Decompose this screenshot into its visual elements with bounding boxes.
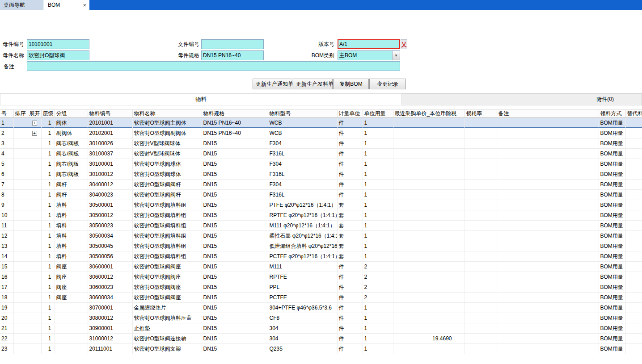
cell-code: 30900001 xyxy=(88,323,132,334)
table-row[interactable]: 91填料30500001软密封O型球阀填料组DN15PTFE φ20*φ12*1… xyxy=(0,200,642,210)
cell-unit: 套 xyxy=(337,210,363,221)
doc-no-input[interactable] xyxy=(201,39,264,49)
expand-plus-icon[interactable]: + xyxy=(32,121,37,126)
cell-spec: DN15 xyxy=(202,251,268,262)
copy-bom-button[interactable]: 复制BOM xyxy=(333,79,369,89)
col-header-name[interactable]: 物料名称 xyxy=(132,110,202,118)
cell-price xyxy=(393,293,465,303)
table-row[interactable]: 51阀芯/阀板30100001软密封O型球阀球体DN15F304件1BOM用量 xyxy=(0,159,642,169)
col-header-alt[interactable]: 替代料 xyxy=(625,110,642,118)
table-row[interactable]: 101填料30500012软密封O型球阀填料组DN15RPTFE φ20*φ12… xyxy=(0,210,642,221)
cell-spec: DN15 xyxy=(202,241,268,251)
table-row[interactable]: 19130700001金属缠绕垫片DN15304+PTFE φ46*φ36.5*… xyxy=(0,303,642,313)
parent-name-input[interactable] xyxy=(27,50,89,60)
cell-model: M111 xyxy=(268,262,337,272)
col-header-loss[interactable]: 损耗率 xyxy=(465,110,497,118)
cell-name: 软密封O型球阀填料压盖 xyxy=(132,313,202,323)
parent-spec-input[interactable] xyxy=(201,50,264,60)
cell-pick: BOM用量 xyxy=(599,128,625,138)
col-header-price[interactable]: 最近采购单价_本位币除税 xyxy=(393,110,465,118)
table-row[interactable]: 161阀座30600012软密封O型球阀阀座DN15RPTFE件2BOM用量 xyxy=(0,272,642,282)
cell-unit: 套 xyxy=(337,221,363,231)
cell-sort xyxy=(13,282,28,293)
col-header-seq[interactable]: 号 xyxy=(0,110,13,118)
table-row[interactable]: 31阀芯/阀板30100026软密封V型球阀球体DN15F304件1BOM用量 xyxy=(0,138,642,149)
bom-type-select[interactable]: 主BOM ▾ xyxy=(338,50,400,60)
col-header-group[interactable]: 分组 xyxy=(55,110,88,118)
cell-alt xyxy=(625,323,642,334)
cell-remark xyxy=(497,138,599,149)
table-row[interactable]: 151阀座30600001软密封O型球阀阀座DN15M111件2BOM用量 xyxy=(0,262,642,272)
col-header-remark[interactable]: 备注 xyxy=(497,110,599,118)
cell-level: 1 xyxy=(41,323,55,334)
cell-group xyxy=(55,313,88,323)
cell-price xyxy=(393,200,465,210)
update-production-notice-button[interactable]: 更新生产通知单 xyxy=(253,79,292,89)
col-header-code[interactable]: 物料编号 xyxy=(88,110,132,118)
cell-model: F316L xyxy=(268,190,337,200)
cell-group: 阀座 xyxy=(55,262,88,272)
table-row[interactable]: 21130900001止推垫DN15304件1BOM用量 xyxy=(0,323,642,334)
remark-input[interactable] xyxy=(27,61,400,71)
table-row[interactable]: 61阀芯/阀板30100012软密封O型球阀球体DN15F316L件1BOM用量 xyxy=(0,169,642,180)
col-header-expand[interactable]: 展开 xyxy=(28,110,41,118)
table-row[interactable]: 181阀座30600034软密封O型球阀阀座DN15PCTFE件2BOM用量 xyxy=(0,293,642,303)
table-row[interactable]: 71阀杆30400012软密封O型球阀阀杆DN15F304件1BOM用量 xyxy=(0,180,642,190)
cell-price xyxy=(393,118,465,128)
update-production-issue-button[interactable]: 更新生产发料单 xyxy=(293,79,333,89)
cell-pick: BOM用量 xyxy=(599,159,625,169)
cell-unit: 套 xyxy=(337,231,363,241)
cell-unit: 件 xyxy=(337,334,363,344)
table-row[interactable]: 111填料30500023软密封O型球阀填料组DN15M111 φ20*φ12*… xyxy=(0,221,642,231)
tab-materials[interactable]: 物料 xyxy=(0,93,402,105)
col-header-model[interactable]: 物料型号 xyxy=(268,110,337,118)
cell-alt xyxy=(625,282,642,293)
cell-name: 软密封O型球阀阀座 xyxy=(132,272,202,282)
cell-group: 填料 xyxy=(55,210,88,221)
cell-pick: BOM用量 xyxy=(599,200,625,210)
table-row[interactable]: 22131000012软密封O型球阀连接轴DN15304件119.4690BOM… xyxy=(0,334,642,344)
section-tab-strip: 物料 附件(0) xyxy=(0,93,642,105)
table-row[interactable]: 41阀芯/阀板30100037软密封V型球阀球体DN15F316L件1BOM用量 xyxy=(0,149,642,159)
table-row[interactable]: 23120111001软密封O型球阀支架DN15Q235件1BOM用量 xyxy=(0,344,642,354)
version-input[interactable] xyxy=(338,39,400,49)
close-icon[interactable]: × xyxy=(83,2,86,8)
cell-name: 软密封O型球阀阀座 xyxy=(132,282,202,293)
table-row[interactable]: 81阀杆30400023软密封O型球阀阀杆DN15F316L件1BOM用量 xyxy=(0,190,642,200)
table-row[interactable]: 131填料30500045软密封O型球阀填料组DN15低泄漏组合填料 φ20*φ… xyxy=(0,241,642,251)
col-header-sort[interactable]: 排序 xyxy=(13,110,28,118)
cell-remark xyxy=(497,169,599,180)
table-row[interactable]: 1+1阀体20101001软密封O型球阀主阀体DN15 PN16~40WCB件1… xyxy=(0,118,642,128)
cell-level: 1 xyxy=(41,282,55,293)
cell-code: 30400012 xyxy=(88,180,132,190)
cell-seq: 15 xyxy=(0,262,13,272)
tab-bom[interactable]: BOM × xyxy=(43,0,89,10)
col-header-spec[interactable]: 物料规格 xyxy=(202,110,268,118)
col-header-qty[interactable]: 单位用量 xyxy=(363,110,393,118)
table-row[interactable]: 2+1副阀体20102001软密封O型球阀副阀体DN15 PN16~40WCB件… xyxy=(0,128,642,138)
table-row[interactable]: 121填料30500034软密封O型球阀填料组DN15柔性石墨 φ20*φ12*… xyxy=(0,231,642,241)
cell-loss xyxy=(465,272,497,282)
change-log-button[interactable]: 变更记录 xyxy=(369,79,406,89)
col-header-level[interactable]: 层级 xyxy=(41,110,55,118)
tab-attachments[interactable]: 附件(0) xyxy=(402,93,642,105)
cell-code: 30600023 xyxy=(88,282,132,293)
cell-code: 30500001 xyxy=(88,200,132,210)
expand-plus-icon[interactable]: + xyxy=(32,131,37,136)
chevron-down-icon[interactable]: ▾ xyxy=(392,51,400,60)
version-lookup-button[interactable]: 乂 xyxy=(401,39,407,49)
cell-pick: BOM用量 xyxy=(599,221,625,231)
cell-spec: DN15 PN16~40 xyxy=(202,128,268,138)
table-row[interactable]: 20130800012软密封O型球阀填料压盖DN15CF8件1BOM用量 xyxy=(0,313,642,323)
table-row[interactable]: 171阀座30600023软密封O型球阀阀座DN15PPL件2BOM用量 xyxy=(0,282,642,293)
parent-no-input[interactable] xyxy=(27,39,89,49)
cell-seq: 21 xyxy=(0,323,13,334)
cell-expand xyxy=(28,231,41,241)
cell-code: 30100037 xyxy=(88,149,132,159)
cell-model: WCB xyxy=(268,118,337,128)
col-header-pick[interactable]: 领料方式 xyxy=(599,110,625,118)
cell-loss xyxy=(465,180,497,190)
tab-desktop-navigation[interactable]: 桌面导航 xyxy=(0,0,43,10)
col-header-unit[interactable]: 计量单位 xyxy=(337,110,363,118)
table-row[interactable]: 141填料30500056软密封O型球阀填料组DN15PCTFE φ20*φ12… xyxy=(0,251,642,262)
